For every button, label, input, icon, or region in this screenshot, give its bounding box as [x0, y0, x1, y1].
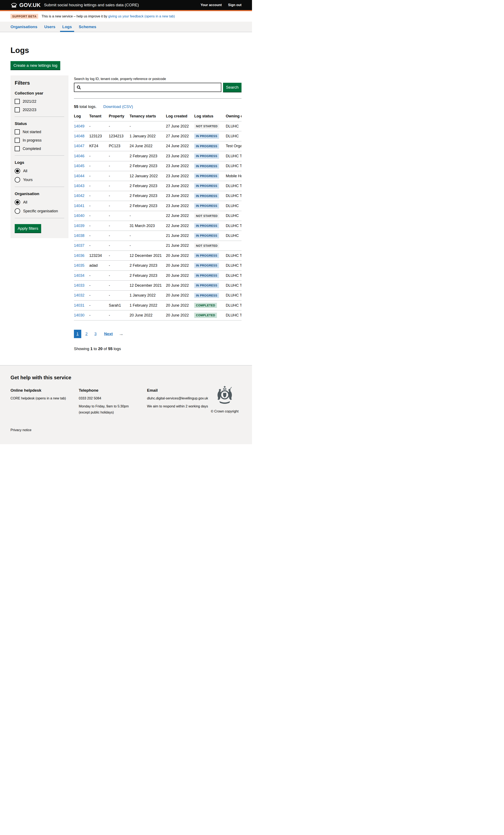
checkbox-2022-23[interactable] — [15, 107, 20, 113]
search-button[interactable]: Search — [223, 83, 242, 92]
nav-item-organisations[interactable]: Organisations — [11, 22, 37, 32]
cell-log-status: In progress — [194, 131, 226, 141]
filter-option-organisation-all[interactable]: All — [15, 200, 64, 205]
filter-group-organisation: Organisation All Specific organisation — [15, 191, 64, 214]
log-id-link[interactable]: 14043 — [74, 184, 84, 188]
filter-option-logs-all[interactable]: All — [15, 168, 64, 174]
filter-option-label: In progress — [23, 138, 42, 143]
log-id-link[interactable]: 14045 — [74, 164, 84, 168]
summary-suffix: logs — [113, 347, 121, 351]
log-id-link[interactable]: 14044 — [74, 174, 84, 178]
cell-property: - — [109, 221, 129, 230]
search-input[interactable] — [83, 83, 221, 91]
your-account-link[interactable]: Your account — [201, 3, 222, 7]
feedback-link[interactable]: giving us your feedback (opens in a new … — [108, 15, 175, 18]
filter-option-2021-22[interactable]: 2021/22 — [15, 99, 64, 104]
checkbox-not-started[interactable] — [15, 129, 20, 135]
log-id-link[interactable]: 14034 — [74, 273, 84, 278]
table-row: 14043 - - 2 February 2023 23 June 2022 I… — [74, 181, 242, 191]
cell-owning-organisation: DLUHC Test — [226, 251, 242, 261]
checkbox-2021-22[interactable] — [15, 99, 20, 104]
table-row: 14030 - - 20 June 2022 20 June 2022 Comp… — [74, 310, 242, 320]
search-label: Search by log ID, tenant code, property … — [74, 77, 242, 81]
pagination-next-link[interactable]: Next — [102, 330, 115, 338]
checkbox-in-progress[interactable] — [15, 138, 20, 143]
column-header-owning-organisation: Owning or — [226, 113, 242, 121]
log-id-link[interactable]: 14038 — [74, 233, 84, 238]
privacy-notice-link[interactable]: Privacy notice — [11, 428, 32, 432]
log-id-link[interactable]: 14042 — [74, 194, 84, 198]
status-badge: In progress — [194, 134, 219, 139]
cell-owning-organisation: Mobile Housing — [226, 171, 242, 181]
filter-option-specific-organisation[interactable]: Specific organisation — [15, 208, 64, 214]
log-id-link[interactable]: 14047 — [74, 144, 84, 148]
filter-option-not-started[interactable]: Not started — [15, 129, 64, 135]
cell-log-status: In progress — [194, 161, 226, 171]
log-id-link[interactable]: 14039 — [74, 224, 84, 228]
log-id-link[interactable]: 14040 — [74, 213, 84, 218]
log-id-link[interactable]: 14035 — [74, 263, 84, 268]
filter-option-in-progress[interactable]: In progress — [15, 138, 64, 143]
cell-log-status: In progress — [194, 290, 226, 300]
phase-banner-message: This is a new service – help us improve … — [42, 15, 108, 18]
footer-title: Get help with this service — [11, 375, 242, 381]
apply-filters-button[interactable]: Apply filters — [15, 224, 41, 233]
log-id-link[interactable]: 14036 — [74, 253, 84, 258]
log-id-link[interactable]: 14046 — [74, 154, 84, 158]
cell-tenancy-starts: - — [129, 211, 166, 221]
filter-option-completed[interactable]: Completed — [15, 146, 64, 151]
cell-log-status: Completed — [194, 301, 226, 310]
footer-helpdesk-column: Online helpdesk CORE helpdesk (opens in … — [11, 388, 79, 416]
nav-item-schemes[interactable]: Schemes — [79, 22, 96, 32]
download-csv-link[interactable]: Download (CSV) — [103, 104, 133, 109]
cell-log-status: In progress — [194, 181, 226, 191]
email-link[interactable]: dluhc.digital-services@levellingup.gov.u… — [147, 396, 208, 400]
nav-item-users[interactable]: Users — [44, 22, 56, 32]
service-name[interactable]: Submit social housing lettings and sales… — [44, 3, 139, 7]
search-box — [74, 83, 221, 92]
cell-tenancy-starts: 1 February 2022 — [129, 301, 166, 310]
pagination-page-2[interactable]: 2 — [83, 330, 90, 338]
crown-copyright-link[interactable]: © Crown copyright — [211, 409, 239, 413]
cell-property: - — [109, 191, 129, 201]
sign-out-link[interactable]: Sign out — [228, 3, 242, 7]
pagination-page-1-current[interactable]: 1 — [74, 330, 81, 338]
filter-option-label: 2022/23 — [23, 108, 36, 112]
log-id-link[interactable]: 14031 — [74, 303, 84, 307]
filter-option-logs-yours[interactable]: Yours — [15, 177, 64, 183]
checkbox-completed[interactable] — [15, 146, 20, 151]
footer-helpdesk-title: Online helpdesk — [11, 388, 74, 393]
status-badge: Not started — [194, 243, 219, 248]
nav-item-logs[interactable]: Logs — [62, 22, 72, 32]
next-arrow-icon: → — [119, 331, 123, 337]
total-logs-label: total logs. — [78, 104, 97, 109]
pagination-page-3[interactable]: 3 — [92, 330, 99, 338]
log-id-link[interactable]: 14030 — [74, 313, 84, 317]
log-id-link[interactable]: 14033 — [74, 283, 84, 287]
log-id-link[interactable]: 14048 — [74, 134, 84, 138]
govuk-logo[interactable]: GOV.UK — [11, 2, 41, 8]
column-header-tenancy-starts: Tenancy starts — [129, 113, 166, 121]
filter-option-2022-23[interactable]: 2022/23 — [15, 107, 64, 113]
cell-tenant: - — [89, 301, 109, 310]
cell-log-created: 24 June 2022 — [166, 141, 194, 151]
filter-divider — [15, 117, 64, 117]
cell-property: - — [109, 151, 129, 161]
log-id-link[interactable]: 14037 — [74, 243, 84, 248]
log-id-link[interactable]: 14032 — [74, 293, 84, 298]
radio-specific-organisation[interactable] — [15, 208, 20, 214]
cell-log-status: Not started — [194, 241, 226, 250]
create-lettings-log-button[interactable]: Create a new lettings log — [11, 61, 60, 70]
cell-tenancy-starts: 12 December 2021 — [129, 281, 166, 290]
cell-owning-organisation: DLUHC Test — [226, 261, 242, 270]
radio-logs-yours[interactable] — [15, 177, 20, 183]
log-id-link[interactable]: 14049 — [74, 124, 84, 128]
radio-organisation-all[interactable] — [15, 200, 20, 205]
column-header-property: Property — [109, 113, 129, 121]
log-id-link[interactable]: 14041 — [74, 204, 84, 208]
core-helpdesk-link[interactable]: CORE helpdesk (opens in a new tab) — [11, 396, 66, 400]
cell-tenancy-starts: - — [129, 241, 166, 250]
cell-log-created: 21 June 2022 — [166, 231, 194, 241]
radio-logs-all[interactable] — [15, 168, 20, 174]
table-row: 14031 - Sarah1 1 February 2022 20 June 2… — [74, 301, 242, 310]
